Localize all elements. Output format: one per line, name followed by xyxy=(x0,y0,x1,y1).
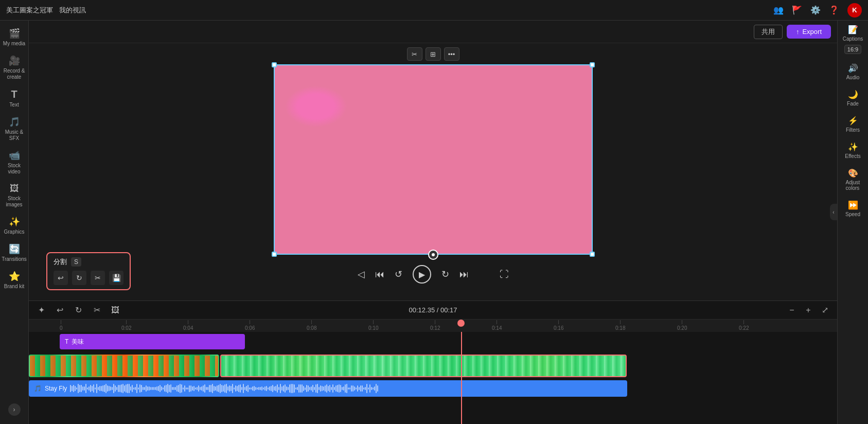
captions-icon: 📝 xyxy=(848,25,858,34)
speed-label: Speed xyxy=(845,211,860,217)
audio-clip-label: Stay Fly xyxy=(45,385,67,392)
split-label: 分割 xyxy=(54,257,67,267)
sidebar-item-label: Stock video xyxy=(3,163,26,175)
timeline-save-frame-btn[interactable]: 🖼 xyxy=(108,303,122,317)
timeline-area: ✦ ↩ ↻ ✂ 🖼 00:12.35 / 00:17 − + ⤢ 0 xyxy=(29,301,837,424)
ruler-mark-0: 0 xyxy=(60,320,63,331)
right-tool-filters[interactable]: ⚡ Filters xyxy=(839,112,867,137)
preview-area: ✂ ⊞ ••• xyxy=(29,43,837,301)
zoom-in-btn[interactable]: + xyxy=(801,303,816,317)
help-icon[interactable]: ❓ xyxy=(829,5,839,15)
timeline-redo-btn[interactable]: ↻ xyxy=(71,303,85,317)
transitions-icon: 🔄 xyxy=(9,243,20,255)
sidebar-item-brand-kit[interactable]: ⭐ Brand kit xyxy=(1,268,28,293)
split-tooltip: 分割 S ↩ ↻ ✂ 💾 xyxy=(46,252,131,290)
filters-icon: ⚡ xyxy=(848,116,858,126)
sidebar-item-music-sfx[interactable]: 🎵 Music & SFX xyxy=(1,113,28,145)
sidebar-item-label: Text xyxy=(9,102,19,108)
play-button[interactable]: ▶ xyxy=(413,265,431,284)
fade-icon: 🌙 xyxy=(848,90,858,99)
avatar[interactable]: K xyxy=(847,3,862,17)
share-button[interactable]: 共用 xyxy=(754,25,783,39)
audio-icon: 🔊 xyxy=(848,63,858,73)
main-layout: 🎬 My media 🎥 Record &create T Text 🎵 Mus… xyxy=(0,21,868,424)
video-clip-2[interactable] xyxy=(220,355,627,377)
right-tool-audio[interactable]: 🔊 Audio xyxy=(839,59,867,84)
video-container[interactable] xyxy=(274,64,593,255)
fade-label: Fade xyxy=(847,101,859,107)
crop-btn[interactable]: ✂ xyxy=(407,47,422,61)
center-area: 共用 ↑ Export ✂ ⊞ ••• xyxy=(29,21,837,424)
split-label-row: 分割 S xyxy=(54,257,123,267)
timeline-undo-btn[interactable]: ↩ xyxy=(52,303,67,317)
right-tool-speed[interactable]: ⏩ Speed xyxy=(839,196,867,221)
playhead-ruler-head[interactable] xyxy=(457,320,465,327)
timeline-tracks: T 美味 � xyxy=(29,332,837,424)
ruler-mark-14: 0:14 xyxy=(492,320,502,331)
ruler-mark-12: 0:12 xyxy=(430,320,440,331)
fit-to-screen-btn[interactable]: ⤢ xyxy=(818,303,832,317)
rewind-btn[interactable]: ↺ xyxy=(395,269,402,280)
sidebar-item-label: Music & SFX xyxy=(3,129,26,142)
undo-btn[interactable]: ↩ xyxy=(54,271,68,285)
cut-btn[interactable]: ✂ xyxy=(91,271,105,285)
video-clip-1[interactable] xyxy=(29,355,219,377)
ruler-mark-4: 0:04 xyxy=(183,320,193,331)
redo-btn[interactable]: ↻ xyxy=(72,271,86,285)
zoom-out-btn[interactable]: − xyxy=(785,303,799,317)
sidebar-item-label: Record &create xyxy=(4,68,25,80)
video-frame xyxy=(275,65,592,254)
ruler-mark-18: 0:18 xyxy=(615,320,625,331)
text-clip-icon: T xyxy=(65,338,68,345)
export-up-icon: ↑ xyxy=(796,28,800,36)
skip-back-btn[interactable]: ⏮ xyxy=(375,269,384,280)
timeline-cut-btn[interactable]: ✂ xyxy=(90,303,104,317)
skip-fwd-btn[interactable]: ⏭ xyxy=(459,269,469,280)
timeline-zoom-controls: − + ⤢ xyxy=(785,303,832,317)
text-clip[interactable]: T 美味 xyxy=(60,334,245,349)
more-btn[interactable]: ••• xyxy=(444,47,459,61)
right-sidebar: 📝 Captions 16:9 🔊 Audio 🌙 Fade ⚡ Filters… xyxy=(837,21,868,424)
sidebar-item-label: Graphics xyxy=(4,229,24,235)
app-logo: 美工圖案之冠軍 xyxy=(6,6,53,15)
graphics-icon: ✨ xyxy=(9,216,20,227)
split-icon-row: ↩ ↻ ✂ 💾 xyxy=(54,271,123,285)
sidebar-item-text[interactable]: T Text xyxy=(1,85,28,111)
effects-label: Effects xyxy=(845,153,860,159)
people-icon[interactable]: 👥 xyxy=(773,5,784,15)
sidebar-item-my-media[interactable]: 🎬 My media xyxy=(1,25,28,50)
right-sidebar-collapse-btn[interactable]: ‹ xyxy=(830,204,837,220)
sidebar-item-graphics[interactable]: ✨ Graphics xyxy=(1,213,28,238)
flag-icon[interactable]: 🚩 xyxy=(792,5,802,15)
topbar-right: 👥 🚩 ⚙️ ❓ K xyxy=(773,3,862,17)
sidebar-item-record-create[interactable]: 🎥 Record &create xyxy=(1,52,28,83)
save-frame-btn[interactable]: 💾 xyxy=(109,271,123,285)
sidebar-item-stock-images[interactable]: 🖼 Stock images xyxy=(1,180,28,211)
left-sidebar: 🎬 My media 🎥 Record &create T Text 🎵 Mus… xyxy=(0,21,29,424)
right-tool-fade[interactable]: 🌙 Fade xyxy=(839,85,867,111)
timeline-magic-btn[interactable]: ✦ xyxy=(34,303,48,317)
brand-kit-icon: ⭐ xyxy=(9,271,20,282)
mark-in-btn[interactable]: ◁ xyxy=(358,269,365,280)
expand-btn[interactable]: ⊞ xyxy=(426,47,441,61)
captions-label: Captions xyxy=(843,36,863,42)
aspect-ratio-btn[interactable]: 16:9 xyxy=(844,45,861,54)
sidebar-expand-btn[interactable]: › xyxy=(8,403,21,416)
playhead-line[interactable] xyxy=(461,332,462,424)
ruler-mark-2: 0:02 xyxy=(121,320,131,331)
right-tool-adjust-colors[interactable]: 🎨 Adjustcolors xyxy=(839,164,867,195)
sidebar-item-stock-video[interactable]: 📹 Stock video xyxy=(1,147,28,178)
right-tool-effects[interactable]: ✨ Effects xyxy=(839,138,867,163)
settings-icon[interactable]: ⚙️ xyxy=(810,5,821,15)
fullscreen-btn[interactable]: ⛶ xyxy=(500,269,509,280)
playback-controls: ◁ ⏮ ↺ ▶ ↻ ⏭ ⛶ xyxy=(358,265,509,284)
forward-btn[interactable]: ↻ xyxy=(441,269,449,280)
captions-item[interactable]: 📝 Captions xyxy=(843,25,863,42)
adjust-colors-icon: 🎨 xyxy=(848,168,858,178)
export-label: Export xyxy=(802,28,822,36)
audio-track-row: 🎵 Stay Fly // Generate waveform bars inl… xyxy=(29,380,837,399)
audio-clip[interactable]: 🎵 Stay Fly // Generate waveform bars inl… xyxy=(29,380,627,397)
sidebar-item-transitions[interactable]: 🔄 Transitions xyxy=(1,240,28,266)
export-button[interactable]: ↑ Export xyxy=(787,25,831,39)
ruler-mark-16: 0:16 xyxy=(554,320,563,331)
